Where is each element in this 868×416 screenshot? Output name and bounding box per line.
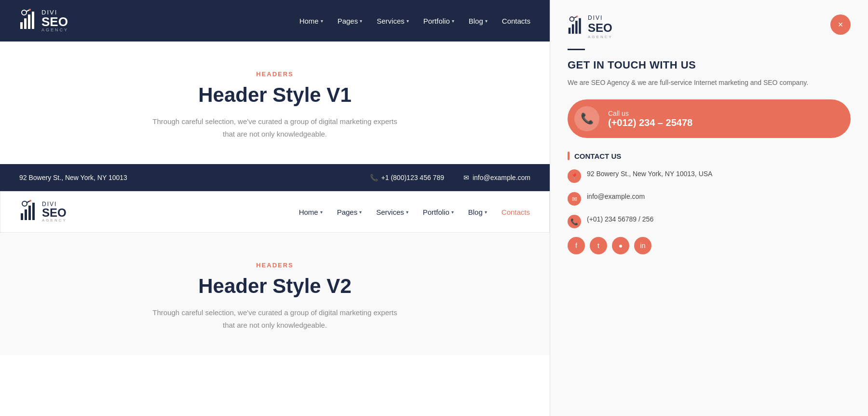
svg-rect-3 [32,12,34,29]
panel-title: GET IN TOUCH WITH US [568,59,851,71]
logo-icon-2 [20,200,38,224]
phone-icon: 📞 [370,174,378,181]
svg-point-4 [22,10,27,15]
svg-point-20 [576,15,578,17]
nav-item-portfolio-1[interactable]: Portfolio ▾ [423,17,454,25]
nav-item-pages-1[interactable]: Pages ▾ [338,17,363,25]
svg-rect-7 [21,213,23,220]
panel-logo: DIVI SEO AGENCY [568,14,851,39]
panel-divider [568,49,585,50]
nav-item-portfolio-2[interactable]: Portfolio ▾ [423,208,454,216]
panel-logo-text: DIVI SEO AGENCY [588,14,613,39]
instagram-icon[interactable]: ● [612,237,629,254]
twitter-icon[interactable]: t [590,237,607,254]
svg-rect-2 [28,14,30,29]
nav-item-blog-1[interactable]: Blog ▾ [469,17,488,25]
svg-rect-8 [25,209,27,220]
contact-email: info@example.com [587,192,645,202]
navbar-2: DIVI SEO AGENCY Home ▾ Pages ▾ Services … [0,191,550,233]
nav-links-2: Home ▾ Pages ▾ Services ▾ Portfolio ▾ Bl… [299,208,530,216]
panel-description: We are SEO Agency & we are full-service … [568,77,851,88]
info-bar: 92 Bowery St., New York, NY 10013 📞 +1 (… [0,164,550,191]
infobar-phone[interactable]: 📞 +1 (800)123 456 789 [370,174,444,181]
logo-text-2: DIVI SEO AGENCY [42,201,67,222]
panel-logo-icon [568,15,584,39]
hero-section-2: HEADERS Header Style V2 Through careful … [0,233,550,355]
location-icon: 📍 [568,169,581,183]
svg-point-18 [570,17,574,21]
email-icon: ✉ [463,174,469,181]
nav-item-services-1[interactable]: Services ▾ [377,17,409,25]
facebook-icon[interactable]: f [568,237,585,254]
logo-2[interactable]: DIVI SEO AGENCY [20,200,67,224]
logo-1[interactable]: DIVI SEO AGENCY [19,9,68,33]
svg-rect-14 [569,28,570,34]
hero1-desc: Through careful selection, we've curated… [149,115,400,140]
nav-links-1: Home ▾ Pages ▾ Services ▾ Portfolio ▾ Bl… [299,17,530,25]
svg-rect-9 [28,206,31,220]
hero1-label: HEADERS [19,70,530,78]
contact-address-row: 📍 92 Bowery St., New York, NY 10013, USA [568,169,851,183]
infobar-email[interactable]: ✉ info@example.com [463,174,530,181]
nav-item-home-2[interactable]: Home ▾ [299,208,323,216]
hero2-label: HEADERS [19,262,530,269]
nav-item-pages-2[interactable]: Pages ▾ [337,208,362,216]
nav-item-contacts-1[interactable]: Contacts [502,17,530,25]
svg-point-11 [22,201,27,206]
svg-rect-0 [20,22,23,29]
contact-section-heading: CONTACT US [568,152,851,160]
call-icon: 📞 [574,106,599,131]
svg-rect-15 [572,24,574,34]
navbar-1: DIVI SEO AGENCY Home ▾ Pages ▾ Services … [0,0,550,42]
logo-text-1: DIVI SEO AGENCY [41,9,68,32]
contact-phone: (+01) 234 56789 / 256 [587,214,653,224]
close-button[interactable]: × [830,14,851,35]
contact-phone-icon: 📞 [568,215,581,228]
right-panel: DIVI SEO AGENCY × GET IN TOUCH WITH US W… [550,0,868,416]
contact-email-row: ✉ info@example.com [568,192,851,206]
social-icons: f t ● in [568,237,851,254]
svg-point-6 [29,9,31,11]
logo-icon-1 [19,9,38,33]
hero2-desc: Through careful selection, we've curated… [149,306,400,331]
hero2-title: Header Style V2 [19,275,530,298]
call-text: Call us (+012) 234 – 25478 [608,110,692,128]
svg-rect-16 [575,21,577,34]
contact-address: 92 Bowery St., New York, NY 10013, USA [587,169,712,179]
linkedin-icon[interactable]: in [634,237,651,254]
nav-item-contacts-2[interactable]: Contacts [502,208,530,216]
hero-section-1: HEADERS Header Style V1 Through careful … [0,42,550,164]
call-us-button[interactable]: 📞 Call us (+012) 234 – 25478 [568,99,851,138]
hero1-title: Header Style V1 [19,83,530,107]
contact-phone-row: 📞 (+01) 234 56789 / 256 [568,214,851,228]
nav-item-services-2[interactable]: Services ▾ [376,208,408,216]
nav-item-home-1[interactable]: Home ▾ [299,17,323,25]
infobar-address: 92 Bowery St., New York, NY 10013 [19,174,127,181]
svg-point-13 [29,200,31,202]
svg-rect-1 [24,18,27,29]
contact-email-icon: ✉ [568,192,581,206]
svg-rect-10 [32,203,35,220]
svg-rect-17 [579,18,581,33]
nav-item-blog-2[interactable]: Blog ▾ [468,208,487,216]
